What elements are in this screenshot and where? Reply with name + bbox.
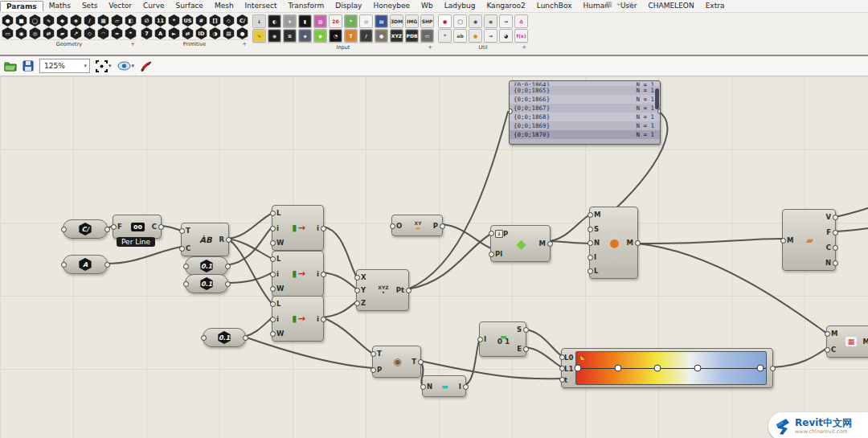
read-file-output-grip[interactable] (158, 224, 164, 230)
wire[interactable] (550, 215, 590, 241)
import-image-icon[interactable]: IMG (405, 14, 419, 28)
gradient-grip[interactable] (694, 365, 702, 372)
deconstruct-domain-input-grip[interactable] (477, 337, 483, 342)
text-split-component[interactable]: TCRÀB (181, 223, 229, 256)
data-tree-icon[interactable]: ◈ (298, 29, 312, 43)
wire[interactable] (835, 228, 868, 231)
clock-icon[interactable]: ◔ (329, 29, 342, 43)
button-icon[interactable]: ↓ (252, 14, 266, 28)
data-icon[interactable]: * (168, 14, 180, 27)
gradient-grip[interactable] (756, 365, 764, 372)
menu-tab-surface[interactable]: Surface (170, 1, 209, 11)
tree-box-icon[interactable]: * (438, 29, 452, 43)
mesh-from-plane-component[interactable]: ↓PPlM◆ (490, 225, 551, 262)
spray-icon[interactable]: ∿ (252, 29, 266, 43)
line-icon[interactable]: / (84, 14, 96, 27)
wire[interactable] (244, 317, 272, 337)
list-item-1-input-grip[interactable] (270, 226, 276, 231)
vector-icon[interactable]: ↗ (70, 27, 82, 39)
sampler-output-grip[interactable] (418, 359, 424, 365)
mesh-colours-component[interactable]: MCM▦ (826, 325, 868, 358)
mesh-from-plane-input-grip[interactable] (489, 252, 494, 257)
menu-tab-transform[interactable]: Transform (282, 1, 330, 11)
brep-icon[interactable]: ◇ (84, 27, 96, 39)
domain-icon[interactable]: [] (209, 14, 221, 27)
integer-icon[interactable]: 11 (154, 14, 166, 27)
list-item-3-input-grip[interactable] (270, 331, 276, 337)
wire[interactable] (465, 338, 480, 385)
deconstruct-domain-output-grip[interactable] (523, 346, 529, 352)
value-list-icon[interactable]: ▤ (375, 14, 388, 28)
arrow-next-icon[interactable]: → (484, 29, 497, 43)
open-file-button[interactable] (4, 60, 17, 72)
construct-point-input-grip[interactable] (354, 301, 360, 306)
sampler-component[interactable]: TPT◉ (372, 346, 421, 378)
shader-icon[interactable]: ◇ (223, 14, 235, 27)
read-file-component[interactable]: FCoo (113, 215, 162, 239)
bounds-output-grip[interactable] (463, 384, 469, 390)
import-xyz-icon[interactable]: XYZ (390, 29, 403, 43)
geometry-icon[interactable]: ◆ (56, 14, 68, 27)
list-item-3-input-grip[interactable] (270, 317, 276, 322)
menu-tab-kangaroo2[interactable]: Kangaroo2 (481, 1, 530, 11)
colour-wheel-icon[interactable]: ◎ (359, 14, 373, 28)
surface-icon[interactable]: ◧ (125, 14, 137, 27)
gradient-swatch[interactable] (575, 351, 767, 385)
mesh-colours-input-grip[interactable] (825, 331, 830, 337)
list-item-2-output-grip[interactable] (321, 272, 326, 277)
mesh-solver-output-grip[interactable] (635, 240, 641, 246)
mesh-icon[interactable]: ▦ (97, 14, 109, 27)
list-item-1-input-grip[interactable] (270, 240, 276, 246)
expand-group-button[interactable]: + (522, 44, 526, 51)
list-item-3-input-grip[interactable] (270, 301, 276, 307)
field-icon[interactable]: * (125, 27, 137, 39)
menu-tab-wb[interactable]: Wb (416, 1, 439, 11)
wire[interactable] (322, 272, 357, 289)
import-3dm-icon[interactable]: 3DM (390, 14, 403, 28)
scribble-icon[interactable]: ab (453, 29, 467, 43)
menu-tab-lunchbox[interactable]: LunchBox (531, 1, 578, 11)
deconstruct-mesh-output-grip[interactable] (833, 230, 838, 235)
menu-tab-curve[interactable]: Curve (137, 1, 170, 11)
number-param-b-input-grip[interactable] (183, 281, 189, 287)
wire[interactable] (773, 348, 827, 367)
gradient-input-grip[interactable] (559, 354, 565, 360)
wire[interactable] (322, 317, 373, 354)
number-param-c-capsule[interactable]: 0.1 (203, 328, 246, 347)
deconstruct-mesh-output-grip[interactable] (833, 215, 838, 220)
plant-icon[interactable]: * (344, 14, 358, 28)
deconstruct-mesh-component[interactable]: MVFCN▰ (782, 209, 836, 271)
menu-tab-honeybee[interactable]: Honeybee (367, 1, 416, 11)
culture-icon[interactable]: US (182, 14, 194, 27)
mesh-solver-input-grip[interactable] (588, 240, 593, 246)
domain-2d-icon[interactable]: ⇄ (182, 27, 194, 39)
wire[interactable] (407, 234, 491, 289)
wire[interactable] (835, 208, 868, 217)
matrix-icon[interactable]: ▤ (223, 27, 235, 39)
arrow-right-icon[interactable]: → (499, 14, 513, 28)
gem-icon[interactable]: ◆ (313, 29, 327, 43)
control-knob-icon[interactable]: + (283, 14, 297, 28)
lasso-icon[interactable]: ◯ (453, 14, 467, 28)
list-item-1-component[interactable]: LiWi▮→ (272, 205, 324, 251)
wire[interactable] (526, 330, 562, 356)
read-file-input-grip[interactable] (111, 224, 117, 230)
curve-icon[interactable]: ∿ (43, 14, 55, 27)
mesh-solver-component[interactable]: MSNILM● (589, 207, 638, 279)
flask-icon[interactable]: Δ (514, 14, 528, 28)
panel-icon[interactable]: ▮ (298, 14, 312, 28)
display-preview-button[interactable]: ▾ (117, 61, 135, 71)
point-icon[interactable]: ● (2, 14, 14, 27)
grasshopper-canvas[interactable]: {0;0;1864}N = 1{0;0;1865}N = 1{0;0;1866}… (0, 76, 868, 438)
xy-plane-input-grip[interactable] (390, 223, 395, 229)
curve-param-capsule[interactable]: C/ (63, 219, 108, 239)
sampler-input-grip[interactable] (371, 367, 376, 373)
pointer-icon[interactable]: ► (168, 27, 180, 39)
gradient-grip[interactable] (654, 365, 661, 372)
sphere-icon[interactable]: ◉ (15, 27, 27, 39)
gradient-output-grip[interactable] (770, 366, 776, 371)
zoom-level-select[interactable]: 125% ▾ (39, 59, 90, 73)
menu-tab-intersect[interactable]: Intersect (240, 1, 283, 11)
atom-icon[interactable]: ● (375, 29, 388, 43)
eye-arrow-icon[interactable]: ◉ (484, 14, 497, 28)
